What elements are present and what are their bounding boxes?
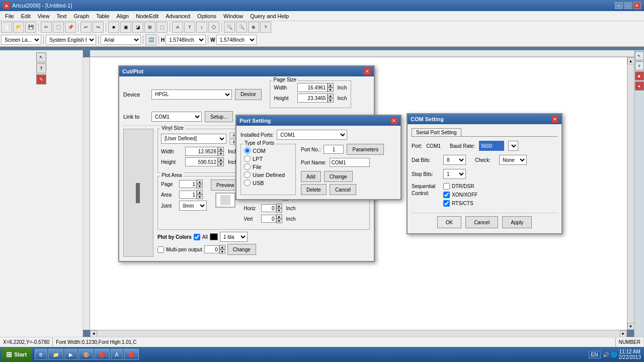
change-port-btn[interactable]: Change bbox=[324, 171, 353, 182]
height-select[interactable]: 1.5748Inch bbox=[166, 35, 206, 45]
right-tool-2[interactable]: T bbox=[635, 61, 644, 70]
close-btn[interactable]: ✕ bbox=[633, 2, 641, 9]
scroll-down-btn[interactable]: ▼ bbox=[627, 323, 634, 330]
tb-save[interactable]: 💾 bbox=[25, 22, 36, 33]
taskbar-app1[interactable]: 🔴 bbox=[95, 349, 110, 360]
device-btn[interactable]: Device bbox=[235, 89, 262, 100]
com-setting-close-btn[interactable]: ✕ bbox=[551, 116, 558, 123]
multi-pen-down[interactable]: ▼ bbox=[219, 249, 225, 254]
parameters-btn[interactable]: Parameters bbox=[347, 144, 384, 155]
ps-width-down[interactable]: ▼ bbox=[328, 87, 334, 92]
dtr-dsr-checkbox[interactable] bbox=[443, 183, 450, 190]
font-name-select[interactable]: Arial bbox=[101, 35, 141, 45]
tb-undo[interactable]: ↩ bbox=[80, 22, 92, 33]
radio-com-input[interactable] bbox=[244, 147, 251, 154]
scrollbar-bottom[interactable]: ◄ ► bbox=[90, 330, 627, 337]
horiz-field[interactable] bbox=[261, 204, 276, 212]
menu-window[interactable]: Window bbox=[220, 13, 246, 20]
joint-select[interactable]: 0mm bbox=[179, 201, 207, 211]
left-tool-icon2[interactable]: T bbox=[36, 63, 46, 73]
scroll-right-btn[interactable]: ► bbox=[620, 330, 627, 337]
rts-cts-checkbox[interactable] bbox=[443, 200, 450, 207]
xon-xoff-checkbox[interactable] bbox=[443, 192, 450, 198]
right-tool-1[interactable]: ↖ bbox=[635, 51, 644, 60]
taskbar-paint[interactable]: 🎨 bbox=[78, 349, 94, 360]
ps-height-down[interactable]: ▼ bbox=[328, 98, 334, 103]
right-tool-3[interactable]: ■ bbox=[635, 71, 644, 80]
all-checkbox[interactable] bbox=[194, 234, 200, 240]
ps-width-field[interactable] bbox=[297, 83, 328, 92]
baud-rate-dropdown[interactable]: ▼ bbox=[508, 141, 518, 151]
menu-file[interactable]: File bbox=[2, 13, 17, 20]
tb-redo[interactable]: ↪ bbox=[93, 22, 104, 33]
vinyl-width-down[interactable]: ▼ bbox=[218, 151, 224, 156]
setup-btn[interactable]: Setup... bbox=[205, 111, 233, 122]
radio-usb[interactable]: USB bbox=[244, 179, 292, 186]
add-btn[interactable]: Add bbox=[301, 171, 321, 182]
taskbar-app3[interactable]: 🔴 bbox=[124, 349, 139, 360]
tb-b9[interactable]: ⬡ bbox=[208, 22, 219, 33]
tb-b1[interactable]: ■ bbox=[108, 22, 119, 33]
area-down[interactable]: ▼ bbox=[197, 195, 203, 199]
ps-width-up[interactable]: ▲ bbox=[328, 83, 334, 87]
check-select[interactable]: NoneOddEven bbox=[499, 155, 527, 165]
vert-down[interactable]: ▼ bbox=[276, 219, 282, 223]
colors-change-btn[interactable]: Change bbox=[227, 244, 256, 255]
dat-bits-select[interactable]: 87 bbox=[443, 155, 466, 165]
radio-lpt-input[interactable] bbox=[244, 155, 251, 162]
width-select[interactable]: 1.5748Inch bbox=[216, 35, 257, 45]
baud-rate-field[interactable] bbox=[479, 141, 504, 151]
port-cancel-btn[interactable]: Cancel bbox=[330, 184, 356, 195]
tb-b8[interactable]: ↕ bbox=[196, 22, 207, 33]
menu-advanced[interactable]: Advanced bbox=[163, 13, 193, 20]
taskbar-app2[interactable]: A bbox=[111, 349, 123, 360]
radio-lpt[interactable]: LPT bbox=[244, 155, 292, 162]
tb-zoom-out[interactable]: 🔍 bbox=[236, 22, 247, 33]
tb-copy[interactable]: 📋 bbox=[53, 22, 64, 33]
tb-b6[interactable]: A bbox=[172, 22, 183, 33]
left-tool-icon3[interactable]: ✎ bbox=[36, 74, 46, 84]
multi-pen-field[interactable] bbox=[204, 245, 219, 253]
area-field[interactable] bbox=[179, 191, 197, 199]
scroll-left-btn[interactable]: ◄ bbox=[90, 330, 97, 337]
tb-new[interactable]: 📄 bbox=[1, 22, 12, 33]
tb-cut[interactable]: ✂ bbox=[41, 22, 52, 33]
layout-select[interactable]: Screen La... bbox=[1, 35, 41, 45]
ps-height-up[interactable]: ▲ bbox=[328, 94, 334, 98]
com-setting-title-bar[interactable]: COM Setting ✕ bbox=[408, 114, 561, 124]
radio-com[interactable]: COM bbox=[244, 147, 292, 154]
page-up[interactable]: ▲ bbox=[197, 179, 203, 184]
port-no-field[interactable] bbox=[324, 145, 344, 154]
cut-plot-close-btn[interactable]: ✕ bbox=[364, 68, 371, 75]
scrollbar-right[interactable]: ▲ ▼ bbox=[627, 57, 634, 330]
stop-bits-select[interactable]: 12 bbox=[443, 169, 466, 179]
taskbar-folder[interactable]: 📁 bbox=[48, 349, 63, 360]
tb-b11[interactable]: ? bbox=[260, 22, 271, 33]
radio-userdefined-input[interactable] bbox=[244, 171, 251, 178]
vert-field[interactable] bbox=[261, 215, 276, 223]
taskbar-media[interactable]: ▶ bbox=[64, 349, 77, 360]
page-down[interactable]: ▼ bbox=[197, 184, 203, 189]
page-field[interactable] bbox=[179, 180, 197, 188]
minimize-btn[interactable]: ─ bbox=[615, 2, 623, 9]
tb-paste[interactable]: 📌 bbox=[65, 22, 76, 33]
right-tool-4[interactable]: ● bbox=[635, 81, 644, 90]
menu-options[interactable]: Options bbox=[194, 13, 219, 20]
menu-graph[interactable]: Graph bbox=[71, 13, 93, 20]
tb-b7[interactable]: T bbox=[184, 22, 195, 33]
radio-userdefined[interactable]: User Defined bbox=[244, 171, 292, 178]
vinyl-layout-select[interactable]: [User Defined] bbox=[161, 134, 226, 144]
tb-b2[interactable]: ▣ bbox=[120, 22, 131, 33]
tb-b4[interactable]: ⊞ bbox=[144, 22, 155, 33]
menu-help[interactable]: Query and Help bbox=[247, 13, 292, 20]
multi-pen-checkbox[interactable] bbox=[157, 246, 164, 253]
color-select[interactable]: 1 bla bbox=[220, 232, 248, 242]
radio-file-input[interactable] bbox=[244, 163, 251, 170]
horiz-up[interactable]: ▲ bbox=[276, 204, 282, 208]
tb-zoom-in[interactable]: 🔍 bbox=[224, 22, 235, 33]
tb-open[interactable]: 📂 bbox=[13, 22, 24, 33]
vinyl-height-down[interactable]: ▼ bbox=[218, 162, 224, 166]
serial-port-tab[interactable]: Serial Port Setting bbox=[412, 128, 461, 136]
vinyl-height-field[interactable] bbox=[185, 157, 218, 166]
menu-text[interactable]: Text bbox=[53, 13, 69, 20]
